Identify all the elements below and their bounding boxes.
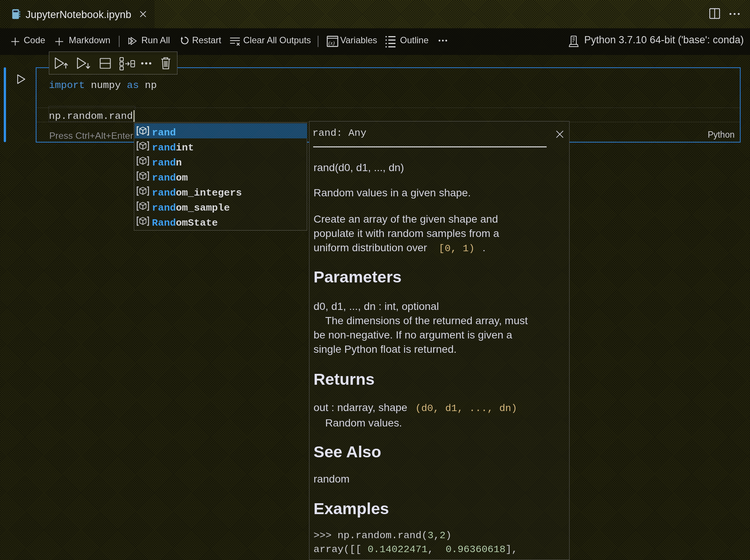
svg-text:(x): (x): [329, 40, 335, 46]
